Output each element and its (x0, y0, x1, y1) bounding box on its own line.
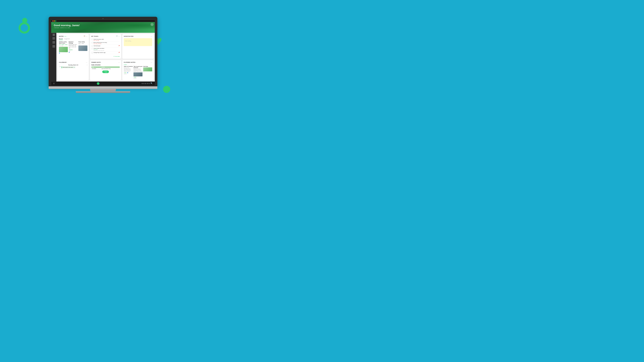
fn-preview-2: Market fluctuations dwindling your lead … (134, 69, 142, 72)
tasks-more-link[interactable]: 27 more tasks (114, 56, 120, 57)
bg-circle-small (22, 18, 27, 23)
notes-count: 311 (64, 36, 66, 37)
filtered-arrow[interactable]: › (136, 62, 136, 63)
app-header: Good morning, Jamie! TUESDAY, MARCH 15, … (51, 22, 155, 33)
note-preview-2: Business plan Sync Date & Time: Tue, Jun… (69, 44, 78, 49)
note-tag: garden (61, 44, 64, 45)
schedule-col-time: Time (92, 66, 101, 68)
hamburger-menu[interactable] (53, 34, 55, 35)
sidebar (51, 33, 56, 81)
task-item-5[interactable]: Change Ray's doctor's app 📌 (92, 51, 120, 54)
new-button[interactable]: + New (102, 71, 109, 73)
system-dot-2 (143, 83, 144, 84)
table-row[interactable]: 8-8:30AM Lead Generation Prep (92, 68, 120, 70)
filtered-note-1[interactable]: Table of Contents Meeting Notes Generati… (124, 66, 133, 79)
cal-next-button[interactable]: › (87, 64, 87, 66)
tasks-card: MY TASKS › 🕐 ··· (90, 34, 121, 59)
hamburger-line (53, 34, 55, 34)
minimize-dot[interactable] (54, 20, 55, 21)
task-text-2: Book surfing lessons for Avery (94, 42, 107, 43)
system-dot-1 (142, 83, 143, 84)
search-icon[interactable]: 🔍 (150, 82, 153, 85)
close-dot[interactable] (52, 20, 53, 21)
task-checkbox-2[interactable] (92, 42, 93, 43)
cal-current-date: Tuesday, March 15 (68, 64, 78, 66)
cal-attachment-icon: 📎 (74, 67, 75, 68)
tasks-arrow[interactable]: › (99, 36, 99, 37)
filtered-note-3[interactable]: Outd Spa 1/1... (143, 66, 152, 79)
tasks-clock-icon[interactable]: 🕐 (116, 35, 118, 37)
calendar-arrow[interactable]: › (67, 62, 68, 63)
calendar-event[interactable]: Work prep for the week 📎 (62, 66, 76, 68)
notes-more-button[interactable]: ··· (86, 35, 88, 37)
calendar-more-button[interactable]: ··· (86, 61, 88, 63)
pinned-more-button[interactable]: ··· (118, 61, 120, 63)
scratch-section-title: SCRATCH PAD (124, 35, 133, 37)
hamburger-line (53, 34, 55, 35)
task-due-1: Due 1 day ago (94, 40, 104, 41)
note-image-1 (59, 47, 68, 52)
note-item-3[interactable]: Prop Listing Meet... Sales... Jun 3 (78, 41, 87, 53)
notes-arrow[interactable]: › (67, 36, 67, 37)
laptop-camera (102, 18, 104, 19)
scratch-pad-area[interactable]: Start writing... (124, 38, 152, 46)
sidebar-icon-1[interactable] (52, 37, 55, 40)
tab-suggested[interactable]: Suggested (64, 38, 70, 40)
home-circle-button[interactable] (97, 82, 100, 85)
tasks-more-button[interactable]: ··· (118, 35, 120, 37)
task-item-3[interactable]: Call landscaper 📌 (92, 45, 120, 47)
note-meta-3: Jun 3 (78, 44, 87, 45)
system-dots (142, 83, 150, 84)
fn-image-2 (134, 72, 142, 76)
filtered-card-header: FILTERED NOTES › ··· (124, 61, 152, 63)
pinned-arrow[interactable]: › (101, 62, 102, 63)
maximize-dot[interactable] (55, 20, 56, 21)
scratch-more-button[interactable]: ··· (151, 35, 152, 37)
scratch-pad-card: SCRATCH PAD ··· Start writing... (122, 34, 154, 59)
note-image-3 (78, 46, 87, 51)
cal-prev-button[interactable]: ‹ (59, 64, 59, 66)
tab-recent[interactable]: Recent (59, 38, 63, 40)
tasks-more: 27 more tasks (92, 55, 120, 57)
sidebar-toggle-icon[interactable]: ☰ (53, 83, 55, 84)
task-item-1[interactable]: Submit insurance claim Due 1 day ago (92, 38, 120, 41)
task-checkbox-3[interactable] (92, 45, 93, 47)
task-text-4: Cancel hotel reservation (94, 48, 104, 49)
bg-circle-large (18, 22, 30, 33)
home-icon: ⌂ (152, 24, 152, 25)
task-checkbox-4[interactable] (92, 48, 93, 49)
note-item-2[interactable]: Business Strategy Business plan Sync Dat… (69, 41, 78, 53)
task-checkbox-1[interactable] (92, 39, 93, 40)
task-item-4[interactable]: Cancel hotel reservation Due Today Assig… (92, 47, 120, 51)
filtered-note-2[interactable]: Tips to grow your business Market fluctu… (134, 66, 142, 79)
filtered-more-button[interactable]: ··· (151, 61, 152, 63)
window-controls (52, 20, 56, 21)
hamburger-line (53, 35, 55, 35)
sidebar-icon-3[interactable] (52, 45, 55, 48)
home-button[interactable]: ⌂ (150, 23, 154, 26)
calendar-event-row: 9 AM Work prep for the week 📎 (59, 66, 88, 68)
task-pin-icon-5: 📌 (118, 52, 120, 53)
window-titlebar (51, 20, 155, 22)
fn-preview-1: Meeting Notes Generating Leads Client Pr… (124, 67, 133, 72)
pinned-section-title: PINNED NOTE (92, 62, 101, 63)
task-item-2[interactable]: Book surfing lessons for Avery Due Today… (92, 41, 120, 45)
laptop-stand (90, 89, 116, 91)
calendar-nav: ‹ Tuesday, March 15 › (59, 64, 88, 66)
task-assignee-4: Assigned to Adam Reynolds (94, 50, 104, 51)
fn-image-3 (143, 67, 152, 71)
notes-clip-icon[interactable]: 📋 (84, 35, 85, 37)
task-checkbox-5[interactable] (92, 52, 93, 53)
schedule-col-activity: Activity (101, 66, 120, 68)
notes-card-header: NOTES 311 › 📋 ··· (59, 35, 88, 37)
app-content: NOTES 311 › 📋 ··· Recent (51, 33, 155, 81)
note-tag: Business (69, 49, 73, 50)
note-shared-icon: 👥 (59, 52, 68, 53)
sidebar-icon-2[interactable] (52, 41, 55, 44)
calendar-section-title: CALENDAR (59, 62, 66, 63)
plus-icon: + (104, 71, 104, 73)
note-item-1[interactable]: Outdoor Living Space Ideas 4/4 garden ho… (59, 41, 68, 53)
notes-section-title: NOTES (59, 35, 64, 37)
fn-title-3: Outd Spa (143, 66, 152, 67)
pinned-note-card: PINNED NOTE › ··· Daily Schedule Time (90, 60, 121, 80)
